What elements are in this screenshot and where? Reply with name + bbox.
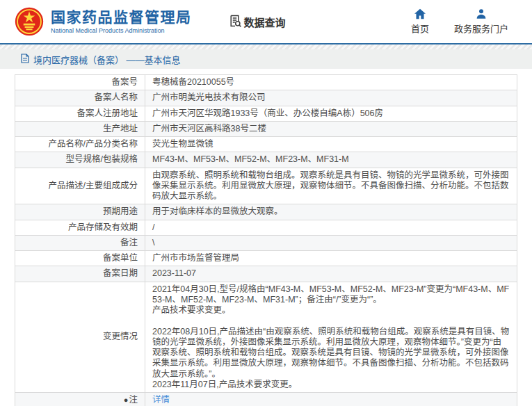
- row-value: 2021年04月30日,型号/规格由“MF43-M、MF53-M、MF52-M、…: [145, 282, 517, 393]
- header-nav: 首页 政务服务门户: [411, 8, 519, 35]
- row-value: 广州市天河区华观路1933号（商业、办公楼自编A栋）506房: [145, 106, 517, 121]
- table-row: 产品描述/主要组成成分由观察系统、照明系统和载物台组成。观察系统是具有目镜、物镜…: [15, 168, 517, 204]
- row-value: 广州市明美光电技术有限公司: [145, 90, 517, 106]
- row-label: 备案日期: [15, 266, 145, 282]
- table-row: 备案人名称广州市明美光电技术有限公司: [15, 90, 517, 106]
- hatch-strip: [0, 44, 532, 49]
- row-value: \: [145, 235, 517, 250]
- row-label: 备案人名称: [15, 90, 145, 106]
- row-label: 变更情况: [15, 282, 145, 393]
- row-value: MF43-M、MF53-M、MF52-M、MF23-M、MF31-M: [145, 152, 517, 168]
- row-value: /: [145, 220, 517, 235]
- row-label: 产品存储及有效期: [15, 220, 145, 235]
- brand: 国家药品监督管理局 National Medical Products Admi…: [51, 9, 192, 34]
- table-row: 生产地址广州市天河区高科路38号二楼: [15, 121, 517, 136]
- document-icon: [21, 54, 29, 65]
- row-value: 粤穗械备20210055号: [145, 75, 517, 90]
- main-content: 备案号粤穗械备20210055号备案人名称广州市明美光电技术有限公司备案人注册地…: [0, 69, 532, 406]
- row-label: 备注: [15, 235, 145, 250]
- row-label: 型号规格/包装规格: [15, 152, 145, 168]
- table-row: 备案日期2023-11-07: [15, 266, 517, 282]
- row-value: 广州市市场监督管理局: [145, 251, 517, 266]
- row-value: 用于对临床样本的显微放大观察。: [145, 204, 517, 220]
- table-row: 型号规格/包装规格MF43-M、MF53-M、MF52-M、MF23-M、MF3…: [15, 152, 517, 168]
- home-icon: [414, 8, 426, 19]
- doc-search-icon: [228, 14, 242, 30]
- nav-home[interactable]: 首页: [411, 8, 429, 35]
- table-row: ●注详情: [15, 393, 517, 406]
- brand-title: 国家药品监督管理局: [51, 9, 192, 25]
- nav-gov-portal[interactable]: 政务服务门户: [454, 8, 508, 35]
- row-label: 产品描述/主要组成成分: [15, 168, 145, 204]
- row-label: 预期用途: [15, 204, 145, 220]
- row-label: ●注: [15, 393, 145, 406]
- table-row: 预期用途用于对临床样本的显微放大观察。: [15, 204, 517, 220]
- breadcrumb: 境内医疗器械（备案） ——基本信息: [0, 49, 532, 69]
- row-value: 详情: [145, 393, 517, 406]
- brand-subtitle: National Medical Products Administration: [51, 27, 192, 34]
- table-row: 备案单位广州市市场监督管理局: [15, 251, 517, 266]
- table-row: 变更情况2021年04月30日,型号/规格由“MF43-M、MF53-M、MF5…: [15, 282, 517, 393]
- row-value: 2023-11-07: [145, 266, 517, 282]
- site-header: 国家药品监督管理局 National Medical Products Admi…: [0, 0, 532, 43]
- detail-link[interactable]: 详情: [152, 395, 170, 405]
- row-value: 广州市天河区高科路38号二楼: [145, 121, 517, 136]
- info-table: 备案号粤穗械备20210055号备案人名称广州市明美光电技术有限公司备案人注册地…: [15, 74, 517, 406]
- table-row: 备注\: [15, 235, 517, 250]
- user-icon: [476, 8, 487, 19]
- row-label: 生产地址: [15, 121, 145, 136]
- table-row: 备案号粤穗械备20210055号: [15, 75, 517, 90]
- data-query-button[interactable]: 数据查询: [228, 14, 286, 30]
- nav-home-label: 首页: [411, 22, 429, 35]
- row-label: 备案号: [15, 75, 145, 90]
- table-row: 产品存储及有效期/: [15, 220, 517, 235]
- page-title: 境内医疗器械（备案） ——基本信息: [33, 53, 181, 66]
- row-label: 备案单位: [15, 251, 145, 266]
- row-label: 备案人注册地址: [15, 106, 145, 121]
- note-icon: ●: [124, 396, 129, 405]
- national-emblem-logo: [14, 6, 45, 37]
- table-row: 产品名称/产品分类名称荧光生物显微镜: [15, 137, 517, 152]
- row-value: 由观察系统、照明系统和载物台组成。观察系统是具有目镜、物镜的光学显微系统，可外接…: [145, 168, 517, 204]
- row-label: 产品名称/产品分类名称: [15, 137, 145, 152]
- data-query-label: 数据查询: [244, 15, 286, 29]
- table-row: 备案人注册地址广州市天河区华观路1933号（商业、办公楼自编A栋）506房: [15, 106, 517, 121]
- info-table-body: 备案号粤穗械备20210055号备案人名称广州市明美光电技术有限公司备案人注册地…: [15, 75, 517, 406]
- row-value: 荧光生物显微镜: [145, 137, 517, 152]
- nav-gov-portal-label: 政务服务门户: [454, 22, 508, 35]
